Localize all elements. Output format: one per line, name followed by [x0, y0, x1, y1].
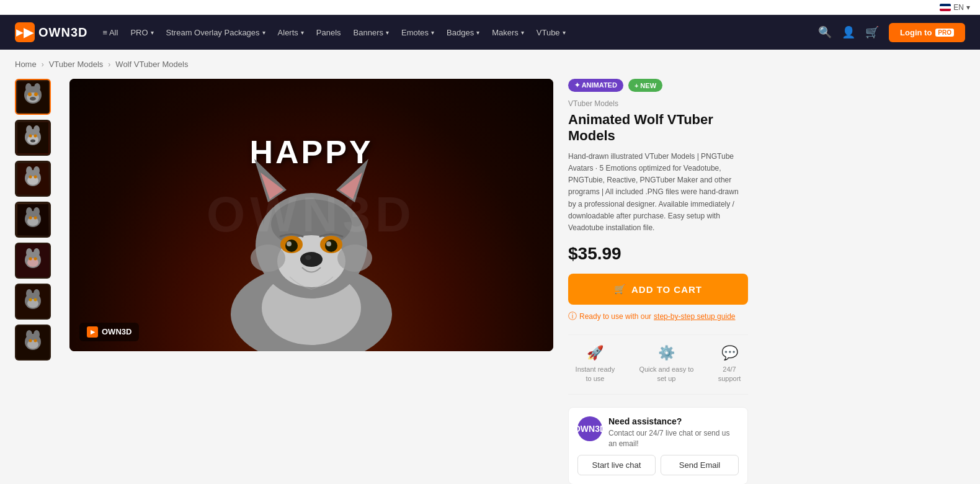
svg-point-70	[337, 244, 372, 272]
svg-point-65	[287, 241, 292, 246]
product-title: Animated Wolf VTuber Models	[568, 112, 748, 145]
logo-watermark: ▶ OWN3D	[79, 323, 139, 341]
breadcrumb-home[interactable]: Home	[15, 60, 37, 69]
top-bar: EN ▾	[0, 0, 980, 15]
thumbnail-6[interactable]	[15, 284, 51, 320]
svg-point-48	[27, 340, 38, 349]
svg-point-47	[33, 330, 40, 339]
setup-guide-link-text[interactable]: step-by-step setup guide	[654, 312, 735, 321]
assistance-avatar: OWN3D	[577, 416, 602, 441]
breadcrumb-sep-1: ›	[42, 60, 44, 69]
feature-quick-text: Quick and easy toset up	[639, 365, 693, 384]
pro-badge: PRO	[935, 29, 954, 37]
nav-pro[interactable]: PRO ▾	[130, 28, 153, 37]
send-email-button[interactable]: Send Email	[661, 455, 739, 475]
svg-point-14	[34, 135, 37, 138]
svg-point-5	[28, 92, 32, 96]
svg-point-39	[26, 289, 32, 298]
svg-point-34	[27, 258, 38, 267]
assistance-card: OWN3D Need assistance? Contact our 24/7 …	[568, 407, 748, 484]
thumbnail-list	[15, 79, 55, 484]
thumbnail-7[interactable]	[15, 325, 51, 361]
flag-icon	[940, 4, 951, 11]
features-row: 🚀 Instant readyto use ⚙️ Quick and easy …	[568, 334, 748, 395]
logo-icon: ▶	[15, 22, 35, 42]
svg-point-25	[26, 207, 32, 216]
feature-support: 💬 24/7support	[718, 345, 741, 384]
cart-icon-btn: 🛒	[614, 284, 626, 295]
svg-point-67	[300, 252, 323, 267]
nav-badges[interactable]: Badges ▾	[447, 28, 479, 37]
setup-guide-text: Ready to use with our	[579, 312, 651, 321]
svg-point-27	[27, 217, 38, 226]
svg-point-13	[29, 135, 32, 138]
add-to-cart-label: ADD TO CART	[631, 284, 702, 295]
user-icon[interactable]: 👤	[842, 25, 855, 39]
thumbnail-2[interactable]	[15, 120, 51, 156]
svg-point-43	[34, 298, 37, 302]
site-logo[interactable]: ▶ OWN3D	[15, 22, 87, 42]
svg-point-28	[29, 217, 32, 220]
nav-alerts[interactable]: Alerts ▾	[278, 28, 304, 37]
svg-point-22	[34, 176, 37, 179]
svg-point-36	[34, 258, 37, 261]
nav-banners[interactable]: Banners ▾	[354, 28, 389, 37]
main-image-wrap: HAPPY	[69, 79, 553, 484]
support-icon: 💬	[721, 345, 738, 361]
svg-point-15	[30, 140, 35, 143]
nav-actions: 🔍 👤 🛒 Login to PRO	[818, 23, 965, 42]
badge-new: + NEW	[628, 79, 662, 92]
thumbnail-3[interactable]	[15, 161, 51, 197]
breadcrumb-vtuber[interactable]: VTuber Models	[49, 60, 104, 69]
assistance-buttons: Start live chat Send Email	[577, 455, 739, 475]
thumbnail-5[interactable]	[15, 243, 51, 279]
svg-point-2	[25, 83, 32, 92]
svg-point-69	[251, 244, 285, 272]
svg-point-32	[26, 248, 32, 257]
nav-stream-overlay[interactable]: Stream Overlay Packages ▾	[166, 28, 265, 37]
nav-panels[interactable]: Panels	[316, 28, 341, 37]
nav-vtube[interactable]: VTube ▾	[537, 28, 566, 37]
cart-icon[interactable]: 🛒	[865, 25, 879, 39]
nav-links: ≡ All PRO ▾ Stream Overlay Packages ▾ Al…	[102, 28, 803, 37]
nav-makers[interactable]: Makers ▾	[492, 28, 524, 37]
live-chat-button[interactable]: Start live chat	[577, 455, 656, 475]
svg-point-64	[325, 240, 337, 252]
product-price: $35.99	[568, 244, 748, 264]
assistance-info: Need assistance? Contact our 24/7 live c…	[608, 416, 739, 449]
svg-point-18	[26, 166, 32, 175]
svg-point-40	[33, 289, 40, 298]
assistance-header: OWN3D Need assistance? Contact our 24/7 …	[577, 416, 739, 449]
search-icon[interactable]: 🔍	[818, 25, 832, 39]
thumbnail-1[interactable]	[15, 79, 51, 115]
main-image: HAPPY	[69, 79, 553, 351]
nav-emotes[interactable]: Emotes ▾	[401, 28, 434, 37]
language-selector[interactable]: EN ▾	[940, 3, 970, 12]
product-sidebar: ✦ ANIMATED + NEW VTuber Models Animated …	[568, 79, 748, 484]
product-badges: ✦ ANIMATED + NEW	[568, 79, 748, 92]
svg-point-29	[34, 217, 37, 220]
add-to-cart-button[interactable]: 🛒 ADD TO CART	[568, 274, 748, 305]
svg-point-7	[30, 97, 36, 101]
svg-point-26	[33, 207, 40, 216]
product-category: VTuber Models	[568, 99, 748, 108]
wolf-illustration	[181, 128, 442, 351]
navbar: ▶ OWN3D ≡ All PRO ▾ Stream Overlay Packa…	[0, 15, 980, 50]
nav-all[interactable]: ≡ All	[102, 28, 118, 37]
svg-point-50	[34, 339, 37, 343]
instant-icon: 🚀	[587, 345, 604, 361]
svg-point-35	[29, 258, 32, 261]
feature-instant-text: Instant readyto use	[576, 365, 615, 384]
logo-text: OWN3D	[38, 25, 87, 40]
login-button[interactable]: Login to PRO	[889, 23, 965, 42]
lang-label: EN	[953, 3, 964, 12]
thumbnail-4[interactable]	[15, 202, 51, 238]
assistance-text: Contact our 24/7 live chat or send us an…	[608, 428, 739, 449]
svg-point-19	[33, 166, 40, 175]
svg-point-33	[33, 248, 40, 257]
svg-point-41	[27, 299, 38, 308]
logo-watermark-text: OWN3D	[102, 327, 131, 336]
svg-point-42	[29, 298, 32, 302]
setup-guide-link[interactable]: ⓘ Ready to use with our step-by-step set…	[568, 311, 748, 322]
breadcrumb-sep-2: ›	[108, 60, 110, 69]
